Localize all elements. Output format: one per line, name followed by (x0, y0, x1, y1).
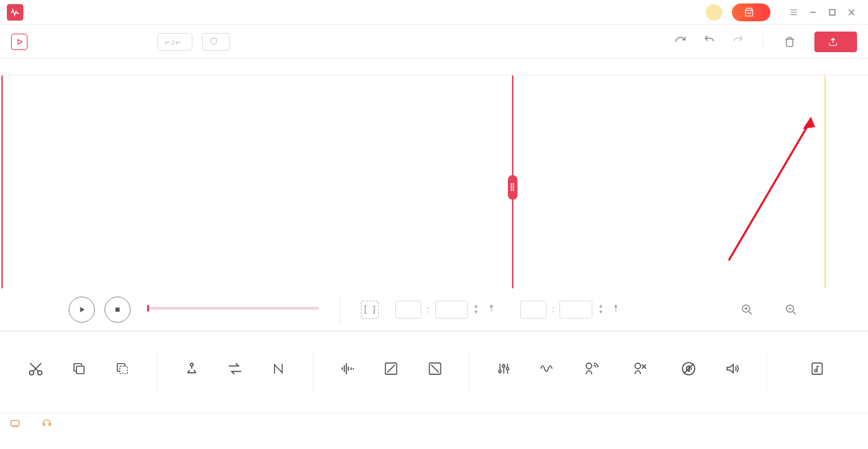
undo-button[interactable] (700, 32, 719, 51)
copy-icon (71, 359, 87, 378)
replace-tool[interactable] (213, 359, 256, 385)
svg-line-18 (684, 364, 693, 373)
end-pin-icon[interactable] (612, 303, 620, 315)
wave-icon (538, 359, 556, 378)
start-step-up[interactable]: ▲ (474, 303, 480, 309)
copy-tool[interactable] (57, 359, 100, 385)
end-minute-input[interactable] (520, 301, 546, 319)
official-website-link[interactable] (10, 418, 25, 431)
svg-rect-10 (76, 366, 84, 373)
start-step-down[interactable]: ▼ (474, 310, 480, 315)
trim-tool[interactable] (257, 359, 300, 385)
bag-icon (744, 8, 754, 17)
app-logo (7, 4, 23, 21)
timeline-ruler[interactable] (0, 59, 868, 76)
close-icon[interactable] (842, 3, 861, 22)
export-button[interactable] (814, 32, 857, 52)
note-icon: ⌐♪⌐ (165, 36, 181, 47)
instrumental-tool[interactable] (612, 359, 667, 385)
waveform-area[interactable] (0, 76, 868, 288)
message-icon (10, 418, 21, 431)
svg-point-15 (586, 363, 592, 369)
clear-button[interactable] (779, 34, 805, 50)
scissors-icon (27, 359, 44, 378)
unmute-tool[interactable] (667, 359, 710, 385)
hamburger-icon[interactable] (784, 3, 803, 22)
start-marker[interactable] (1, 76, 3, 288)
selection-time-box[interactable]: ⌐♪⌐ (157, 33, 192, 51)
shield-icon (210, 36, 218, 47)
svg-point-9 (38, 371, 42, 375)
file-icon (11, 34, 27, 50)
end-second-input[interactable] (559, 301, 592, 319)
pitch-tool[interactable] (482, 359, 525, 385)
rate-tool[interactable] (526, 359, 569, 385)
minimize-icon[interactable] (803, 3, 823, 22)
fadein-tool[interactable] (369, 359, 412, 385)
svg-rect-11 (120, 366, 128, 373)
zoom-in-button[interactable] (739, 301, 755, 318)
paste-icon (115, 359, 130, 378)
waveform-display (0, 76, 868, 288)
redo-button[interactable] (728, 32, 748, 51)
progress-slider[interactable] (147, 307, 319, 310)
vocals-tool[interactable] (569, 359, 612, 385)
insert-tool[interactable] (170, 359, 213, 385)
headset-icon (41, 418, 52, 431)
sliders-icon (496, 359, 511, 378)
svg-point-12 (190, 363, 193, 366)
buy-now-button[interactable] (732, 3, 770, 21)
start-pin-icon[interactable] (487, 303, 496, 315)
maximize-icon[interactable] (823, 3, 842, 22)
svg-point-16 (635, 363, 641, 369)
avatar[interactable] (706, 4, 722, 21)
reload-button[interactable] (671, 32, 690, 51)
bgm-tool[interactable] (779, 359, 854, 385)
range-time-box[interactable] (202, 33, 230, 51)
unmute-icon (680, 359, 697, 378)
music-file-icon (810, 359, 825, 378)
volume-icon (724, 359, 740, 378)
playhead-grip[interactable] (508, 175, 518, 200)
volume-tool[interactable] (711, 359, 754, 385)
svg-point-8 (30, 371, 34, 375)
end-marker[interactable] (825, 76, 825, 288)
trim-icon (271, 359, 286, 378)
play-button[interactable] (69, 297, 95, 323)
support-link[interactable] (41, 418, 56, 431)
stop-button[interactable] (104, 297, 131, 323)
selection-tool-button[interactable] (361, 301, 379, 319)
zoom-out-button[interactable] (783, 301, 799, 318)
start-second-input[interactable] (435, 301, 468, 319)
start-minute-input[interactable] (395, 301, 421, 319)
replace-icon (227, 359, 243, 378)
svg-rect-21 (11, 420, 19, 426)
end-step-up[interactable]: ▲ (598, 303, 605, 309)
instrumental-icon (632, 359, 648, 378)
fadeout-tool[interactable] (413, 359, 456, 385)
denoise-tool[interactable] (326, 359, 369, 385)
upload-icon (828, 37, 838, 47)
denoise-icon (340, 359, 356, 378)
vocals-icon (583, 359, 599, 378)
fadeout-icon (427, 359, 443, 378)
paste-tool[interactable] (101, 359, 144, 385)
trash-icon (784, 36, 795, 47)
fadein-icon (383, 359, 399, 378)
cut-tool[interactable] (14, 359, 57, 385)
end-step-down[interactable]: ▼ (598, 310, 605, 315)
svg-rect-3 (115, 308, 120, 312)
playhead[interactable] (512, 76, 513, 288)
insert-icon (183, 359, 200, 378)
svg-rect-0 (830, 10, 835, 15)
